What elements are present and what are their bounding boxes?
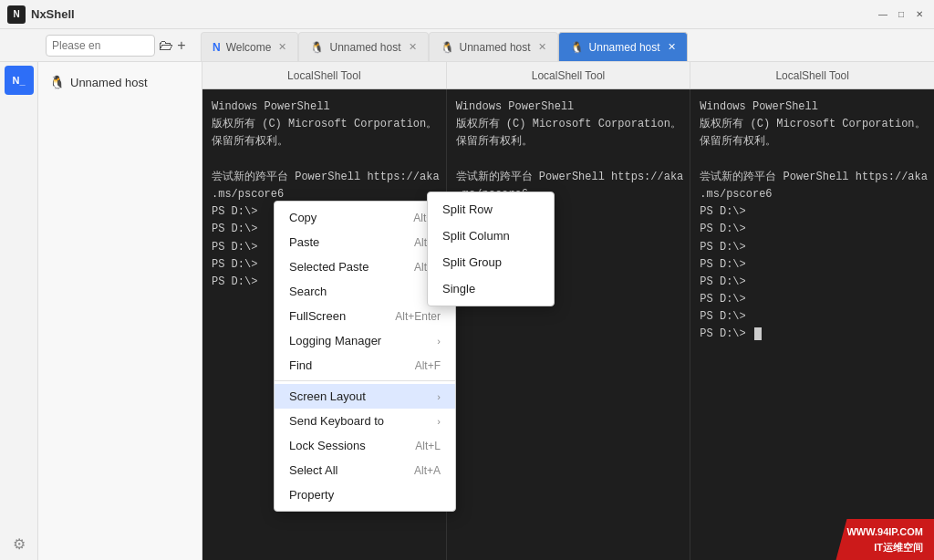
app-logo: N [7,5,26,24]
term3-line-5: 尝试新的跨平台 PowerShell https://aka [700,169,925,186]
menu-lock-sessions-shortcut: Alt+L [415,440,441,452]
submenu-split-group[interactable]: Split Group [428,249,554,275]
watermark-line1: WWW.94IP.COM [846,524,923,540]
submenu-single[interactable]: Single [428,275,554,302]
search-input[interactable] [46,35,155,57]
term3-line-10: PS D:\> [700,256,925,274]
settings-icon[interactable]: ⚙ [13,535,26,553]
tab-host-1[interactable]: 🐧 Unnamed host ✕ [298,32,428,61]
term3-line-3: 保留所有权利。 [700,133,925,150]
menu-send-keyboard-arrow-icon: › [437,416,441,427]
menu-send-keyboard[interactable]: Send Keyboard to › [275,409,455,433]
tab-icon-host-2: 🐧 [441,41,454,54]
tab-close-host-3[interactable]: ✕ [668,41,676,53]
tab-host-3[interactable]: 🐧 Unnamed host ✕ [558,32,688,61]
menu-copy-label: Copy [289,211,317,224]
menu-screen-layout-label: Screen Layout [289,389,366,403]
term2-line-3: 保留所有权利。 [456,133,681,150]
term2-line-2: 版权所有 (C) Microsoft Corporation。 [456,116,681,133]
maximize-button[interactable]: □ [894,7,908,22]
menu-send-keyboard-label: Send Keyboard to [289,414,384,428]
folder-icon[interactable]: 🗁 [159,36,173,56]
submenu-split-column-label: Split Column [442,229,510,243]
term3-line-4 [700,151,925,169]
terminal-cursor-3 [754,327,762,340]
menu-lock-sessions-label: Lock Sessions [289,439,366,452]
menu-logging-arrow-icon: › [437,336,441,347]
sub-tab-3[interactable]: LocalShell Tool [690,62,934,88]
tab-icon-host-1: 🐧 [310,41,324,54]
tab-welcome[interactable]: N Welcome ✕ [201,32,298,61]
sidebar: N_ ⚙ [0,62,38,560]
tab-close-host-1[interactable]: ✕ [409,41,417,53]
host-panel: 🐧 Unnamed host [38,62,202,560]
host-linux-icon: 🐧 [49,75,65,89]
tab-label-host-1: Unnamed host [329,41,400,54]
term3-line-7: PS D:\> [700,203,925,221]
menu-find[interactable]: Find Alt+F [275,353,455,378]
new-tab-button[interactable]: + [177,36,186,56]
title-bar: N NxShell — □ ✕ [0,0,934,29]
menu-logging-manager[interactable]: Logging Manager › [275,328,455,353]
submenu-split-row[interactable]: Split Row [428,196,554,223]
menu-lock-sessions[interactable]: Lock Sessions Alt+L [275,433,455,458]
submenu-split-column[interactable]: Split Column [428,223,554,249]
sub-tab-1[interactable]: LocalShell Tool [202,62,447,88]
terminal-pane-3[interactable]: Windows PowerShell 版权所有 (C) Microsoft Co… [690,89,934,560]
tab-label-host-3: Unnamed host [589,41,660,54]
menu-property[interactable]: Property [275,482,455,507]
term3-line-6: .ms/pscore6 [700,186,925,203]
term1-line-1: Windows PowerShell [212,99,437,116]
term3-line-14: PS D:\> [700,326,925,343]
menu-screen-layout[interactable]: Screen Layout › [275,384,455,409]
menu-fullscreen-shortcut: Alt+Enter [395,310,441,323]
term3-line-1: Windows PowerShell [700,99,925,116]
sub-tab-row: LocalShell Tool LocalShell Tool LocalShe… [202,62,934,89]
term1-line-3: 保留所有权利。 [212,133,437,150]
menu-screen-layout-arrow-icon: › [437,391,441,402]
menu-fullscreen[interactable]: FullScreen Alt+Enter [275,304,455,328]
menu-select-all[interactable]: Select All Alt+A [275,458,455,482]
tab-close-welcome[interactable]: ✕ [278,41,286,53]
tab-label-welcome: Welcome [226,41,272,54]
sub-tab-label-2: LocalShell Tool [532,69,606,82]
submenu-single-label: Single [442,282,475,296]
submenu-split-group-label: Split Group [442,255,502,269]
submenu-split-row-label: Split Row [442,202,493,216]
sub-tab-label-1: LocalShell Tool [287,69,361,82]
menu-select-all-shortcut: Alt+A [414,464,441,477]
search-bar-area: 🗁 + [38,29,193,62]
tab-host-2[interactable]: 🐧 Unnamed host ✕ [429,32,558,61]
menu-find-shortcut: Alt+F [415,359,441,372]
menu-search-label: Search [289,285,327,298]
term2-line-1: Windows PowerShell [456,99,681,116]
menu-selected-paste-label: Selected Paste [289,260,368,274]
term1-line-5: 尝试新的跨平台 PowerShell https://aka [212,169,437,186]
menu-separator-1 [275,380,455,381]
sub-tab-label-3: LocalShell Tool [775,69,849,82]
sidebar-avatar[interactable]: N_ [5,66,34,95]
menu-paste-label: Paste [289,235,319,249]
close-button[interactable]: ✕ [912,7,927,22]
term3-line-11: PS D:\> [700,274,925,291]
term3-line-13: PS D:\> [700,308,925,326]
term3-line-12: PS D:\> [700,291,925,308]
tab-icon-host-3: 🐧 [570,41,584,54]
menu-property-label: Property [289,488,334,502]
term2-line-5: 尝试新的跨平台 PowerShell https://aka [456,169,681,186]
sub-tab-2[interactable]: LocalShell Tool [447,62,691,88]
terminal-pane-2[interactable]: Windows PowerShell 版权所有 (C) Microsoft Co… [447,89,691,560]
tab-close-host-2[interactable]: ✕ [538,41,546,53]
term3-line-8: PS D:\> [700,221,925,238]
term3-line-9: PS D:\> [700,239,925,256]
menu-fullscreen-label: FullScreen [289,309,346,323]
minimize-button[interactable]: — [876,7,890,22]
term1-line-4 [212,151,437,169]
term3-line-2: 版权所有 (C) Microsoft Corporation。 [700,116,925,133]
host-item[interactable]: 🐧 Unnamed host [38,69,202,95]
tab-icon-welcome: N [213,41,221,54]
window-controls: — □ ✕ [876,7,927,22]
term1-line-2: 版权所有 (C) Microsoft Corporation。 [212,116,437,133]
menu-find-label: Find [289,358,312,372]
menu-logging-manager-label: Logging Manager [289,334,381,347]
